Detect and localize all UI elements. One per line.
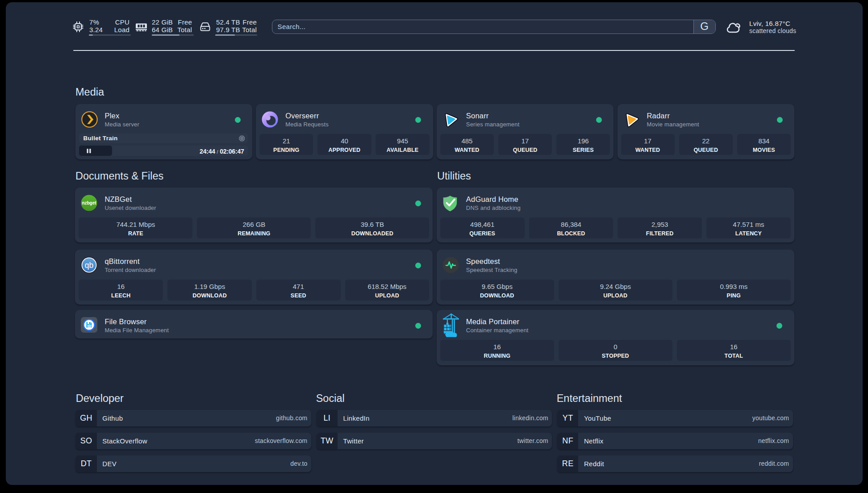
- svg-text:qb: qb: [85, 261, 93, 270]
- svg-text:nzbget: nzbget: [82, 201, 97, 205]
